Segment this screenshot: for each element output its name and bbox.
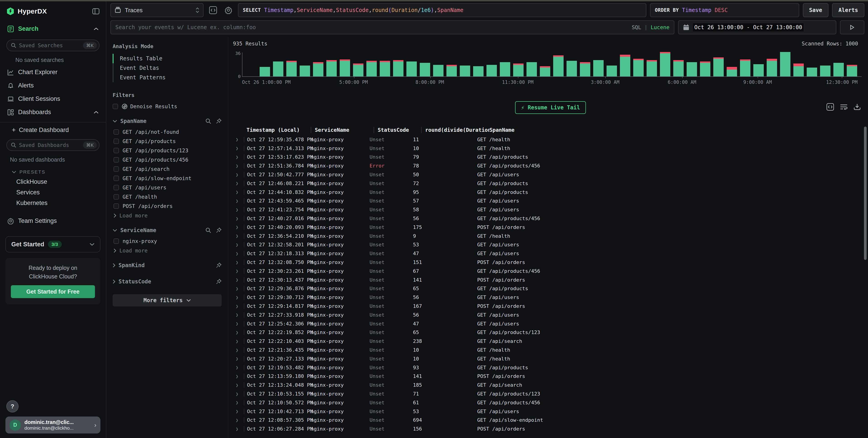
sidebar-item-dashboards[interactable]: Dashboards — [5, 106, 100, 119]
histogram-bar[interactable] — [460, 66, 470, 76]
histogram-bar[interactable] — [513, 64, 524, 76]
checkbox[interactable] — [114, 129, 119, 135]
filter-value-row[interactable]: nginx-proxy — [113, 238, 222, 244]
sidebar-item-search[interactable]: Search — [5, 23, 100, 35]
histogram-bar[interactable] — [566, 61, 577, 76]
row-expand-chevron[interactable]: ❯ — [233, 268, 244, 274]
row-expand-chevron[interactable]: ❯ — [233, 225, 244, 230]
row-expand-chevron[interactable]: ❯ — [233, 312, 244, 317]
checkbox[interactable] — [114, 166, 119, 172]
histogram-bar[interactable] — [767, 59, 777, 76]
load-more-button[interactable]: Load more — [113, 213, 222, 218]
row-expand-chevron[interactable]: ❯ — [233, 339, 244, 344]
search-input[interactable] — [115, 24, 632, 31]
wrap-lines-icon[interactable] — [840, 103, 848, 110]
histogram-bar[interactable] — [340, 60, 350, 76]
row-expand-chevron[interactable]: ❯ — [233, 145, 244, 151]
histogram-bar[interactable] — [406, 62, 417, 76]
column-header-timestamp[interactable]: Timestamp (Local) — [244, 127, 311, 133]
filter-value-row[interactable]: GET /api/products — [113, 138, 222, 144]
vertical-scrollbar[interactable] — [864, 127, 867, 260]
histogram-bar[interactable] — [327, 60, 337, 76]
table-row[interactable]: ❯Oct 27 12:22:10.403 PMnginx-proxyUnset2… — [233, 337, 868, 345]
preset-clickhouse[interactable]: ClickHouse — [5, 176, 100, 186]
row-expand-chevron[interactable]: ❯ — [233, 286, 244, 291]
preset-services[interactable]: Services — [5, 186, 100, 197]
table-row[interactable]: ❯Oct 27 12:13:59.180 PMnginx-proxyUnset1… — [233, 372, 868, 381]
column-resize-handle[interactable] — [311, 127, 311, 133]
histogram-bar[interactable] — [473, 66, 484, 76]
histogram-bar[interactable] — [807, 68, 817, 76]
table-row[interactable]: ❯Oct 27 12:29:36.876 PMnginx-proxyUnset6… — [233, 284, 868, 293]
histogram-bar[interactable] — [833, 63, 844, 76]
preset-kubernetes[interactable]: Kubernetes — [5, 197, 100, 207]
table-row[interactable]: ❯Oct 27 12:27:33.918 PMnginx-proxyUnset5… — [233, 310, 868, 319]
sql-mode-toggle[interactable]: SQL — [632, 25, 641, 30]
table-row[interactable]: ❯Oct 27 12:10:42.713 PMnginx-proxyUnset5… — [233, 407, 868, 416]
saved-searches-input[interactable]: ⌘K — [6, 39, 99, 51]
checkbox[interactable] — [114, 148, 119, 153]
histogram-bar[interactable] — [393, 60, 403, 76]
table-row[interactable]: ❯Oct 27 12:19:53.482 PMnginx-proxyUnset9… — [233, 363, 868, 372]
row-expand-chevron[interactable]: ❯ — [233, 321, 244, 326]
event-json-toggle-icon[interactable] — [827, 103, 834, 111]
help-button[interactable]: ? — [6, 400, 19, 412]
filter-group-header-statuscode[interactable]: StatusCode — [113, 277, 222, 286]
row-expand-chevron[interactable]: ❯ — [233, 382, 244, 388]
row-expand-chevron[interactable]: ❯ — [233, 374, 244, 379]
pin-icon[interactable] — [216, 118, 222, 124]
checkbox[interactable] — [114, 203, 119, 209]
team-settings-button[interactable]: Team Settings — [5, 215, 100, 227]
filter-value-row[interactable]: GET /api/not-found — [113, 129, 222, 135]
histogram-bar[interactable] — [660, 52, 670, 76]
histogram-bar[interactable] — [713, 58, 724, 76]
checkbox[interactable] — [114, 139, 119, 144]
table-row[interactable]: ❯Oct 27 12:10:50.572 PMnginx-proxyUnset6… — [233, 398, 868, 407]
tab-event-patterns[interactable]: Event Patterns — [113, 73, 222, 82]
table-row[interactable]: ❯Oct 27 12:13:24.048 PMnginx-proxyUnset1… — [233, 380, 868, 390]
saved-searches-field[interactable] — [19, 42, 80, 48]
checkbox[interactable] — [114, 176, 119, 181]
filter-group-header-servicename[interactable]: ServiceName — [113, 226, 222, 235]
filter-value-row[interactable]: GET /health — [113, 194, 222, 200]
table-row[interactable]: ❯Oct 27 12:57:14.313 PMnginx-proxyUnset1… — [233, 144, 868, 153]
row-expand-chevron[interactable]: ❯ — [233, 295, 244, 300]
row-expand-chevron[interactable]: ❯ — [233, 233, 244, 239]
load-more-button[interactable]: Load more — [113, 248, 222, 254]
checkbox[interactable] — [114, 194, 119, 200]
row-expand-chevron[interactable]: ❯ — [233, 409, 244, 414]
sidebar-collapse-icon[interactable] — [92, 8, 99, 14]
checkbox[interactable] — [114, 157, 119, 163]
download-icon[interactable] — [854, 103, 861, 110]
histogram-plot[interactable] — [242, 53, 862, 77]
row-expand-chevron[interactable]: ❯ — [233, 180, 244, 186]
histogram-bar[interactable] — [420, 63, 430, 76]
lucene-mode-toggle[interactable]: Lucene — [651, 25, 670, 30]
histogram-bar[interactable] — [593, 60, 603, 76]
get-started-dropdown[interactable]: Get Started 3/3 — [5, 236, 100, 252]
histogram-bar[interactable] — [286, 61, 297, 76]
column-header-spanname[interactable]: SpanName — [489, 127, 868, 133]
histogram-bar[interactable] — [487, 65, 497, 76]
histogram-bar[interactable] — [740, 60, 750, 76]
table-row[interactable]: ❯Oct 27 12:41:23.754 PMnginx-proxyUnset5… — [233, 205, 868, 214]
table-row[interactable]: ❯Oct 27 12:36:54.210 PMnginx-proxyUnset9… — [233, 232, 868, 240]
table-row[interactable]: ❯Oct 27 12:50:42.777 PMnginx-proxyUnset5… — [233, 170, 868, 179]
table-row[interactable]: ❯Oct 27 12:08:57.305 PMnginx-proxyUnset6… — [233, 416, 868, 425]
row-expand-chevron[interactable]: ❯ — [233, 356, 244, 361]
row-expand-chevron[interactable]: ❯ — [233, 417, 244, 423]
filter-group-header-spanname[interactable]: SpanName — [113, 116, 222, 126]
row-expand-chevron[interactable]: ❯ — [233, 365, 244, 370]
table-row[interactable]: ❯Oct 27 12:21:36.435 PMnginx-proxyUnset1… — [233, 345, 868, 355]
saved-dashboards-field[interactable] — [19, 142, 80, 148]
column-header-servicename[interactable]: ServiceName — [315, 127, 374, 133]
table-row[interactable]: ❯Oct 27 12:22:19.852 PMnginx-proxyUnset6… — [233, 328, 868, 337]
histogram-bar[interactable] — [607, 66, 617, 76]
histogram-bar[interactable] — [313, 62, 323, 76]
column-resize-handle[interactable] — [421, 127, 422, 133]
filter-value-row[interactable]: GET /api/users — [113, 184, 222, 191]
column-header-duration[interactable]: round(divide(Duration, — [425, 127, 489, 133]
histogram-bar[interactable] — [353, 64, 364, 76]
histogram-bar[interactable] — [794, 64, 804, 76]
histogram-bar[interactable] — [380, 61, 390, 76]
